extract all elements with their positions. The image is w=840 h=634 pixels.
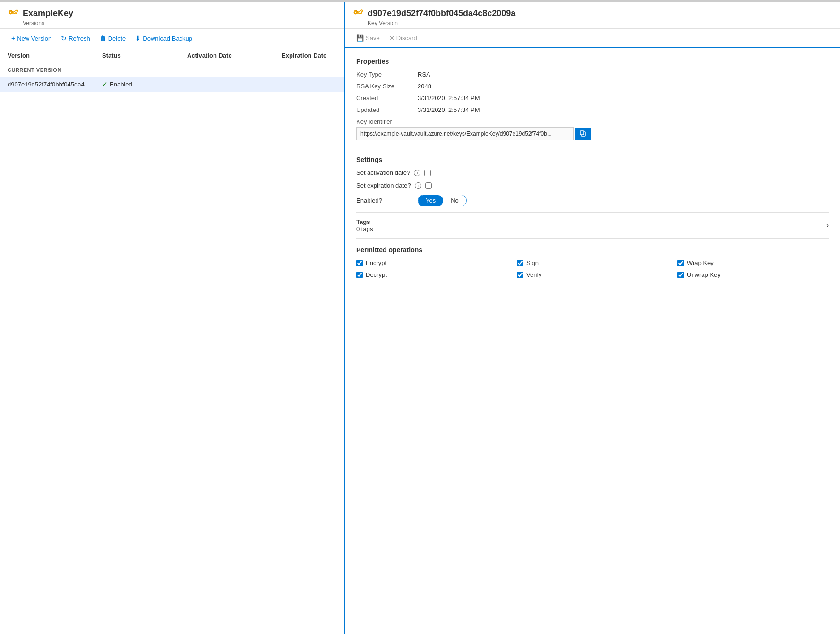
left-panel-subtitle: Versions — [23, 20, 336, 26]
activation-date-row: Set activation date? i — [356, 169, 829, 176]
trash-icon: 🗑 — [100, 34, 106, 42]
table-header: Version Status Activation Date Expiratio… — [0, 48, 344, 63]
tags-title: Tags — [356, 218, 373, 225]
svg-rect-3 — [580, 131, 584, 135]
save-icon: 💾 — [356, 34, 364, 42]
refresh-icon: ↻ — [61, 34, 67, 42]
key-type-row: Key Type RSA — [356, 71, 829, 78]
decrypt-op: Decrypt — [356, 271, 507, 278]
verify-checkbox[interactable] — [517, 272, 523, 278]
save-button[interactable]: 💾 Save — [352, 33, 384, 43]
tags-chevron-icon: › — [826, 221, 829, 230]
new-version-button[interactable]: + New Version — [8, 33, 55, 44]
right-key-icon — [352, 8, 364, 19]
unwrap-key-label: Unwrap Key — [687, 271, 720, 278]
activation-date-info-icon[interactable]: i — [414, 170, 420, 176]
decrypt-label: Decrypt — [366, 271, 387, 278]
wrap-key-label: Wrap Key — [687, 259, 714, 266]
enabled-toggle[interactable]: Yes No — [418, 195, 467, 206]
wrap-key-op: Wrap Key — [677, 259, 829, 266]
key-identifier-label-row: Key Identifier — [356, 118, 829, 125]
created-value: 3/31/2020, 2:57:34 PM — [418, 94, 480, 102]
properties-section-title: Properties — [356, 58, 829, 65]
encrypt-checkbox[interactable] — [356, 260, 363, 266]
created-row: Created 3/31/2020, 2:57:34 PM — [356, 94, 829, 102]
tags-count: 0 tags — [356, 225, 373, 232]
copy-url-button[interactable] — [575, 128, 591, 140]
sign-op: Sign — [517, 259, 668, 266]
tags-section[interactable]: Tags 0 tags › — [356, 212, 829, 239]
key-type-label: Key Type — [356, 71, 418, 78]
permitted-operations-section: Permitted operations Encrypt Sign Wrap K… — [356, 246, 829, 278]
expiration-date-info-icon[interactable]: i — [415, 182, 421, 189]
activation-date-cell — [187, 80, 282, 88]
right-panel: d907e19d52f74f0bbf045da4c8c2009a Key Ver… — [345, 2, 840, 634]
sign-label: Sign — [526, 259, 539, 266]
copy-icon — [580, 130, 586, 137]
download-backup-button[interactable]: ⬇ Download Backup — [131, 33, 196, 44]
svg-point-0 — [10, 12, 11, 13]
expiration-date-label: Set expiration date? — [356, 182, 411, 189]
current-version-label: CURRENT VERSION — [0, 63, 344, 77]
col-expiration-date: Expiration Date — [282, 52, 336, 59]
properties-divider — [356, 148, 829, 148]
key-icon — [8, 8, 19, 19]
wrap-key-checkbox[interactable] — [677, 260, 684, 266]
key-identifier-url-container — [356, 127, 829, 140]
delete-button[interactable]: 🗑 Delete — [96, 33, 130, 44]
sign-checkbox[interactable] — [517, 260, 523, 266]
status-cell: ✓ Enabled — [102, 80, 187, 88]
left-panel: ExampleKey Versions + New Version ↻ Refr… — [0, 2, 345, 634]
ops-grid: Encrypt Sign Wrap Key Decrypt — [356, 259, 829, 278]
enabled-label: Enabled? — [356, 197, 418, 204]
col-version: Version — [8, 52, 102, 59]
left-panel-title: ExampleKey — [23, 9, 73, 18]
permitted-operations-title: Permitted operations — [356, 246, 829, 254]
download-icon: ⬇ — [135, 34, 141, 42]
unwrap-key-checkbox[interactable] — [677, 272, 684, 278]
key-identifier-label: Key Identifier — [356, 118, 418, 125]
right-header: d907e19d52f74f0bbf045da4c8c2009a Key Ver… — [345, 2, 840, 29]
key-identifier-input[interactable] — [356, 127, 574, 140]
created-label: Created — [356, 94, 418, 102]
encrypt-label: Encrypt — [366, 259, 386, 266]
right-content: Properties Key Type RSA RSA Key Size 204… — [345, 48, 840, 288]
right-toolbar: 💾 Save ✕ Discard — [345, 29, 840, 48]
activation-date-checkbox[interactable] — [424, 170, 431, 176]
right-panel-subtitle: Key Version — [368, 20, 832, 26]
settings-section-title: Settings — [356, 156, 829, 163]
refresh-button[interactable]: ↻ Refresh — [57, 33, 94, 44]
version-cell: d907e19d52f74f0bbf045da4... — [8, 80, 102, 88]
left-header: ExampleKey Versions — [0, 2, 344, 29]
check-icon: ✓ — [102, 80, 108, 88]
plus-icon: + — [11, 34, 15, 42]
unwrap-key-op: Unwrap Key — [677, 271, 829, 278]
rsa-key-size-row: RSA Key Size 2048 — [356, 83, 829, 90]
expiration-date-cell — [282, 80, 336, 88]
expiration-date-row: Set expiration date? i — [356, 182, 829, 189]
updated-value: 3/31/2020, 2:57:34 PM — [418, 106, 480, 113]
right-panel-title: d907e19d52f74f0bbf045da4c8c2009a — [368, 9, 515, 18]
verify-op: Verify — [517, 271, 668, 278]
rsa-key-size-label: RSA Key Size — [356, 83, 418, 90]
toggle-yes[interactable]: Yes — [418, 195, 443, 206]
updated-row: Updated 3/31/2020, 2:57:34 PM — [356, 106, 829, 113]
col-activation-date: Activation Date — [187, 52, 282, 59]
discard-button[interactable]: ✕ Discard — [386, 33, 421, 43]
verify-label: Verify — [526, 271, 542, 278]
discard-icon: ✕ — [389, 34, 394, 42]
expiration-date-checkbox[interactable] — [425, 182, 432, 189]
left-toolbar: + New Version ↻ Refresh 🗑 Delete ⬇ Downl… — [0, 29, 344, 48]
svg-point-1 — [355, 12, 356, 13]
toggle-no[interactable]: No — [443, 195, 466, 206]
rsa-key-size-value: 2048 — [418, 83, 431, 90]
col-status: Status — [102, 52, 187, 59]
table-row[interactable]: d907e19d52f74f0bbf045da4... ✓ Enabled — [0, 77, 344, 92]
key-type-value: RSA — [418, 71, 430, 78]
enabled-row: Enabled? Yes No — [356, 195, 829, 206]
decrypt-checkbox[interactable] — [356, 272, 363, 278]
activation-date-label: Set activation date? — [356, 169, 410, 176]
updated-label: Updated — [356, 106, 418, 113]
encrypt-op: Encrypt — [356, 259, 507, 266]
